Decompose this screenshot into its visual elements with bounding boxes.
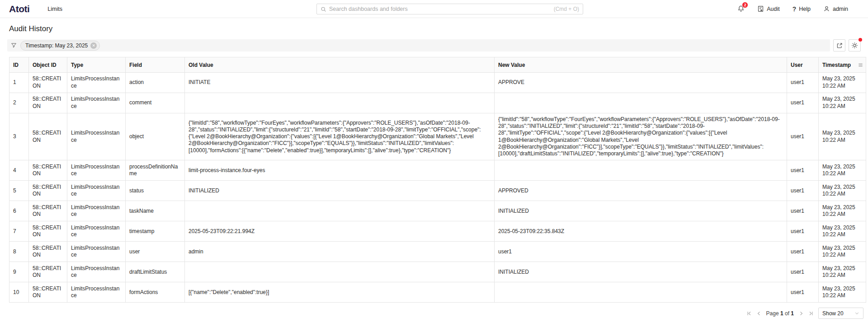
cell-type: LimitsProcessInstance <box>67 201 126 221</box>
next-page-button[interactable] <box>798 311 804 316</box>
cell-object-id: 58::CREATION <box>29 160 67 181</box>
export-icon <box>836 42 843 49</box>
gear-icon <box>851 42 858 49</box>
cell-old-value: [{"name":"Delete","enabled":true}] <box>185 282 495 303</box>
cell-user: user1 <box>787 93 819 113</box>
cell-type: LimitsProcessInstance <box>67 113 126 160</box>
cell-old-value: {"limitId":"58","workflowType":"FourEyes… <box>185 113 495 160</box>
column-header-type[interactable]: Type <box>67 57 126 73</box>
cell-old-value: 2025-05-23T09:22:21.994Z <box>185 221 495 242</box>
cell-id: 4 <box>9 160 29 181</box>
table-row[interactable]: 6 58::CREATION LimitsProcessInstance tas… <box>9 201 866 221</box>
current-page-number: 1 <box>780 310 783 317</box>
cell-new-value: APPROVED <box>495 181 787 201</box>
cell-user: user1 <box>787 181 819 201</box>
column-header-id[interactable]: ID <box>9 57 29 73</box>
cell-id: 7 <box>9 221 29 242</box>
table-row[interactable]: 10 58::CREATION LimitsProcessInstance fo… <box>9 282 866 303</box>
column-header-user[interactable]: User <box>787 57 819 73</box>
cell-id: 8 <box>9 242 29 262</box>
cell-user: user1 <box>787 160 819 181</box>
page-indicator: Page 1 of 1 <box>766 310 794 317</box>
cell-old-value <box>185 201 495 221</box>
table-row[interactable]: 5 58::CREATION LimitsProcessInstance sta… <box>9 181 866 201</box>
atoti-logo[interactable]: Atoti <box>9 4 29 14</box>
table-row[interactable]: 9 58::CREATION LimitsProcessInstance dra… <box>9 262 866 282</box>
cell-id: 5 <box>9 181 29 201</box>
first-page-button[interactable] <box>746 311 752 316</box>
of-label: of <box>785 310 789 317</box>
page-size-label: Show 20 <box>822 310 844 317</box>
last-page-button[interactable] <box>808 311 814 316</box>
question-icon: ? <box>793 5 797 13</box>
table-row[interactable]: 2 58::CREATION LimitsProcessInstance com… <box>9 93 866 113</box>
cell-id: 10 <box>9 282 29 303</box>
cell-id: 2 <box>9 93 29 113</box>
filter-row: Timestamp: May 23, 2025 ✕ <box>7 39 861 51</box>
timestamp-filter-chip[interactable]: Timestamp: May 23, 2025 ✕ <box>20 41 100 51</box>
cell-field: processDefinitionName <box>126 160 185 181</box>
cell-old-value <box>185 262 495 282</box>
column-header-new-value[interactable]: New Value <box>495 57 787 73</box>
cell-timestamp: May 23, 2025 10:22 AM <box>819 262 866 282</box>
cell-object-id: 58::CREATION <box>29 201 67 221</box>
table-row[interactable]: 1 58::CREATION LimitsProcessInstance act… <box>9 73 866 93</box>
cell-old-value <box>185 93 495 113</box>
cell-old-value: INITIALIZED <box>185 181 495 201</box>
timestamp-header-label: Timestamp <box>822 62 851 68</box>
cell-timestamp: May 23, 2025 10:22 AM <box>819 93 866 113</box>
cell-timestamp: May 23, 2025 10:22 AM <box>819 181 866 201</box>
help-label: Help <box>799 6 811 12</box>
cell-new-value: user1 <box>495 242 787 262</box>
table-row[interactable]: 8 58::CREATION LimitsProcessInstance use… <box>9 242 866 262</box>
column-header-timestamp[interactable]: Timestamp <box>819 57 866 73</box>
cell-type: LimitsProcessInstance <box>67 262 126 282</box>
column-menu-icon[interactable] <box>858 62 863 67</box>
cell-id: 1 <box>9 73 29 93</box>
column-header-field[interactable]: Field <box>126 57 185 73</box>
cell-new-value <box>495 282 787 303</box>
table-row[interactable]: 3 58::CREATION LimitsProcessInstance obj… <box>9 113 866 160</box>
audit-table: ID Object ID Type Field Old Value New Va… <box>9 57 866 303</box>
cell-new-value: INITIALIZED <box>495 262 787 282</box>
cell-object-id: 58::CREATION <box>29 242 67 262</box>
help-button[interactable]: ? Help <box>793 5 811 13</box>
header-right-cluster: 2 Audit ? Help admin <box>737 5 859 14</box>
previous-page-button[interactable] <box>756 311 762 316</box>
cell-timestamp: May 23, 2025 10:22 AM <box>819 73 866 93</box>
nav-item-limits[interactable]: Limits <box>47 6 62 12</box>
table-header-row: ID Object ID Type Field Old Value New Va… <box>9 57 866 73</box>
settings-button[interactable] <box>849 39 861 51</box>
column-header-old-value[interactable]: Old Value <box>185 57 495 73</box>
cell-id: 3 <box>9 113 29 160</box>
cell-field: comment <box>126 93 185 113</box>
audit-table-container: ID Object ID Type Field Old Value New Va… <box>9 57 868 303</box>
cell-type: LimitsProcessInstance <box>67 181 126 201</box>
chevron-down-icon <box>854 311 859 316</box>
notifications-button[interactable]: 2 <box>737 5 745 14</box>
cell-type: LimitsProcessInstance <box>67 282 126 303</box>
chip-close-icon[interactable]: ✕ <box>90 42 97 49</box>
global-search[interactable]: (Cmd + O) <box>316 4 583 14</box>
page-title: Audit History <box>9 24 868 33</box>
user-menu-button[interactable]: admin <box>823 5 848 12</box>
cell-object-id: 58::CREATION <box>29 113 67 160</box>
cell-user: user1 <box>787 113 819 160</box>
cell-type: LimitsProcessInstance <box>67 160 126 181</box>
column-header-object-id[interactable]: Object ID <box>29 57 67 73</box>
table-row[interactable]: 7 58::CREATION LimitsProcessInstance tim… <box>9 221 866 242</box>
audit-label: Audit <box>767 6 780 12</box>
audit-menu-button[interactable]: Audit <box>757 5 780 12</box>
settings-notification-dot <box>859 38 862 42</box>
cell-object-id: 58::CREATION <box>29 73 67 93</box>
page-size-select[interactable]: Show 20 <box>818 308 863 319</box>
table-row[interactable]: 4 58::CREATION LimitsProcessInstance pro… <box>9 160 866 181</box>
export-button[interactable] <box>833 39 845 51</box>
search-icon <box>321 6 326 12</box>
search-input[interactable] <box>329 6 554 12</box>
filter-bar[interactable]: Timestamp: May 23, 2025 ✕ <box>7 39 830 51</box>
total-pages-number: 1 <box>791 310 794 317</box>
audit-table-body: 1 58::CREATION LimitsProcessInstance act… <box>9 73 866 303</box>
pagination-bar: Page 1 of 1 Show 20 <box>0 308 863 319</box>
cell-old-value: admin <box>185 242 495 262</box>
